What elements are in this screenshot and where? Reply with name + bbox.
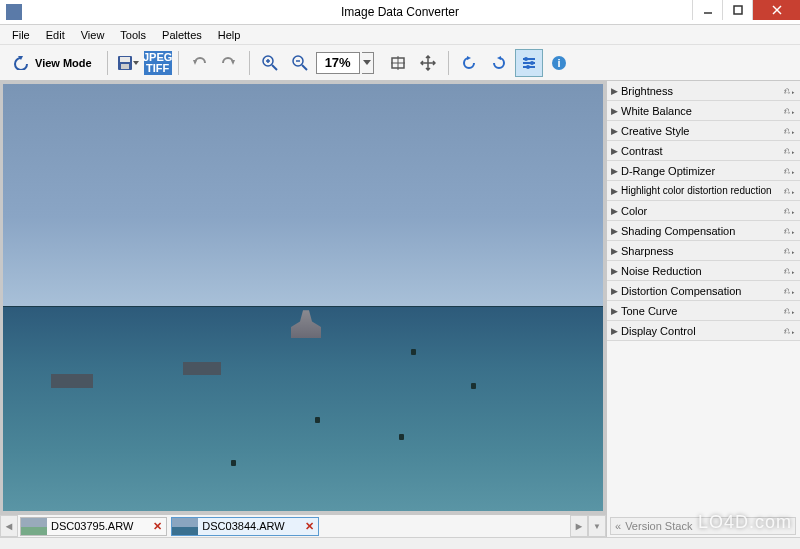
zoom-out-icon xyxy=(292,55,308,71)
thumbnail-filename: DSC03844.ARW xyxy=(202,520,284,532)
version-stack-panel[interactable]: « Version Stack xyxy=(610,517,796,535)
reset-icon[interactable]: ⎌▸ xyxy=(782,165,796,176)
thumbnail-item[interactable]: DSC03844.ARW ✕ xyxy=(171,517,318,536)
zoom-out-button[interactable] xyxy=(286,49,314,77)
expand-icon: ▶ xyxy=(611,326,619,336)
undo-button[interactable] xyxy=(185,49,213,77)
expand-icon: ▶ xyxy=(611,246,619,256)
reset-icon[interactable]: ⎌▸ xyxy=(782,145,796,156)
view-mode-label: View Mode xyxy=(35,57,92,69)
reset-icon[interactable]: ⎌▸ xyxy=(782,285,796,296)
panel-creative-style[interactable]: ▶Creative Style⎌▸ xyxy=(607,121,800,141)
image-canvas xyxy=(3,84,603,511)
toolbar: View Mode JPEG TIFF xyxy=(0,45,800,81)
svg-text:i: i xyxy=(557,57,560,69)
expand-icon: ▶ xyxy=(611,126,619,136)
zoom-dropdown[interactable] xyxy=(362,52,374,74)
thumbnail-filename: DSC03795.ARW xyxy=(51,520,133,532)
svg-rect-1 xyxy=(734,6,742,14)
svg-rect-6 xyxy=(121,64,129,69)
minimize-button[interactable] xyxy=(692,0,722,20)
version-stack-label: Version Stack xyxy=(625,520,692,532)
fit-icon xyxy=(390,55,406,71)
panel-sharpness[interactable]: ▶Sharpness⎌▸ xyxy=(607,241,800,261)
statusbar xyxy=(0,537,800,549)
save-button[interactable] xyxy=(114,49,142,77)
info-button[interactable]: i xyxy=(545,49,573,77)
expand-icon: ▶ xyxy=(611,306,619,316)
export-jpeg-tiff-button[interactable]: JPEG TIFF xyxy=(144,49,172,77)
menu-tools[interactable]: Tools xyxy=(112,27,154,43)
redo-button[interactable] xyxy=(215,49,243,77)
zoom-input[interactable] xyxy=(316,52,360,74)
rotate-right-button[interactable] xyxy=(485,49,513,77)
floppy-icon xyxy=(117,55,133,71)
reset-icon[interactable]: ⎌▸ xyxy=(782,205,796,216)
panel-brightness[interactable]: ▶Brightness⎌▸ xyxy=(607,81,800,101)
separator xyxy=(249,51,250,75)
menu-palettes[interactable]: Palettes xyxy=(154,27,210,43)
reset-icon[interactable]: ⎌▸ xyxy=(782,125,796,136)
thumb-prev-button[interactable]: ◄ xyxy=(0,515,18,537)
thumb-next-button[interactable]: ► xyxy=(570,515,588,537)
adjustment-panel: ▶Brightness⎌▸ ▶White Balance⎌▸ ▶Creative… xyxy=(606,81,800,537)
reset-icon[interactable]: ⎌▸ xyxy=(782,265,796,276)
menubar: File Edit View Tools Palettes Help xyxy=(0,25,800,45)
sliders-icon xyxy=(521,55,537,71)
thumbnail-preview xyxy=(172,518,198,535)
app-icon xyxy=(6,4,22,20)
panel-highlight-reduction[interactable]: ▶Highlight color distortion reduction⎌▸ xyxy=(607,181,800,201)
fit-button[interactable] xyxy=(384,49,412,77)
jpeg-tiff-icon: JPEG TIFF xyxy=(144,51,172,75)
thumbnail-preview xyxy=(21,518,47,535)
expand-icon: ▶ xyxy=(611,286,619,296)
rotate-left-button[interactable] xyxy=(455,49,483,77)
separator xyxy=(448,51,449,75)
reset-icon[interactable]: ⎌▸ xyxy=(782,245,796,256)
reset-icon[interactable]: ⎌▸ xyxy=(782,225,796,236)
actual-size-button[interactable] xyxy=(414,49,442,77)
panel-drange[interactable]: ▶D-Range Optimizer⎌▸ xyxy=(607,161,800,181)
expand-icon: ▶ xyxy=(611,266,619,276)
thumbnail-close-button[interactable]: ✕ xyxy=(153,520,162,533)
thumb-menu-button[interactable]: ▼ xyxy=(588,515,606,537)
expand-icon: ▶ xyxy=(611,86,619,96)
panel-color[interactable]: ▶Color⎌▸ xyxy=(607,201,800,221)
back-arrow-icon xyxy=(13,56,29,70)
zoom-in-button[interactable] xyxy=(256,49,284,77)
expand-icon: ▶ xyxy=(611,106,619,116)
view-mode-button[interactable]: View Mode xyxy=(4,50,101,76)
close-button[interactable] xyxy=(752,0,800,20)
panel-contrast[interactable]: ▶Contrast⎌▸ xyxy=(607,141,800,161)
compare-button[interactable] xyxy=(515,49,543,77)
panel-display-control[interactable]: ▶Display Control⎌▸ xyxy=(607,321,800,341)
window-title: Image Data Converter xyxy=(341,5,459,19)
pan-icon xyxy=(420,55,436,71)
menu-file[interactable]: File xyxy=(4,27,38,43)
panel-shading[interactable]: ▶Shading Compensation⎌▸ xyxy=(607,221,800,241)
reset-icon[interactable]: ⎌▸ xyxy=(782,305,796,316)
panel-distortion[interactable]: ▶Distortion Compensation⎌▸ xyxy=(607,281,800,301)
svg-line-8 xyxy=(272,65,277,70)
menu-help[interactable]: Help xyxy=(210,27,249,43)
maximize-button[interactable] xyxy=(722,0,752,20)
panel-tone-curve[interactable]: ▶Tone Curve⎌▸ xyxy=(607,301,800,321)
thumbnail-close-button[interactable]: ✕ xyxy=(305,520,314,533)
window-controls xyxy=(692,0,800,20)
reset-icon[interactable]: ⎌▸ xyxy=(782,185,796,196)
menu-view[interactable]: View xyxy=(73,27,113,43)
dropdown-icon xyxy=(133,55,139,71)
reset-icon[interactable]: ⎌▸ xyxy=(782,105,796,116)
reset-icon[interactable]: ⎌▸ xyxy=(782,325,796,336)
expand-icon: ▶ xyxy=(611,226,619,236)
panel-white-balance[interactable]: ▶White Balance⎌▸ xyxy=(607,101,800,121)
panel-noise-reduction[interactable]: ▶Noise Reduction⎌▸ xyxy=(607,261,800,281)
image-viewport[interactable] xyxy=(0,81,606,514)
menu-edit[interactable]: Edit xyxy=(38,27,73,43)
reset-icon[interactable]: ⎌▸ xyxy=(782,85,796,96)
thumbnail-item[interactable]: DSC03795.ARW ✕ xyxy=(20,517,167,536)
svg-point-21 xyxy=(530,61,534,65)
separator xyxy=(107,51,108,75)
titlebar: Image Data Converter xyxy=(0,0,800,25)
thumbnail-bar: ◄ DSC03795.ARW ✕ DSC03844.ARW ✕ ► ▼ xyxy=(0,514,606,537)
